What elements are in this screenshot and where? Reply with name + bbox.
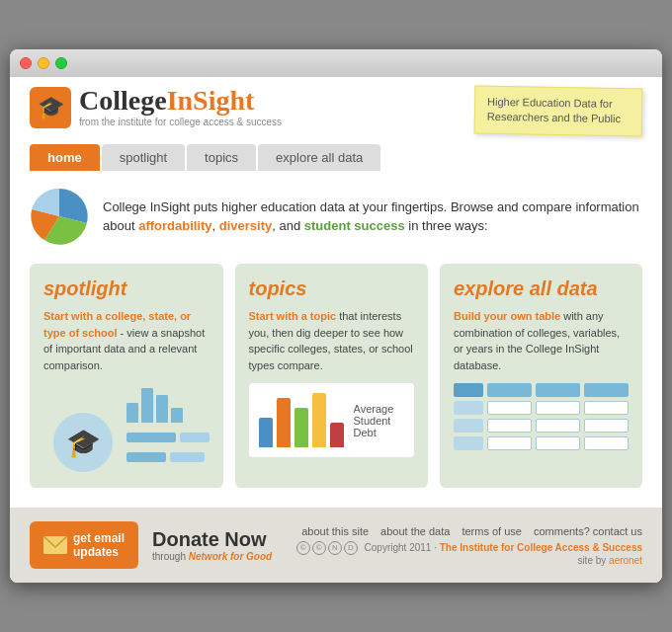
logo-area: 🎓 CollegeInSight from the institute for …: [30, 87, 282, 128]
nav-spotlight[interactable]: spotlight: [102, 144, 185, 171]
site-nav: home spotlight topics explore all data: [30, 144, 642, 171]
spotlight-heading: spotlight: [43, 277, 210, 300]
email-updates-button[interactable]: get email updates: [30, 521, 138, 569]
ticas-link[interactable]: The Institute for College Access & Succe…: [440, 541, 642, 552]
intro-text: College InSight puts higher education da…: [103, 198, 642, 236]
footer-link-about-site[interactable]: about this site: [301, 525, 369, 537]
explore-card: explore all data Build your own table wi…: [440, 264, 642, 488]
cc-badge: © © N D: [296, 541, 358, 555]
nav-home[interactable]: home: [30, 144, 100, 171]
donate-button[interactable]: Donate Now: [152, 528, 267, 551]
network-good-label: through Network for Good: [152, 551, 272, 562]
nav-topics[interactable]: topics: [187, 144, 256, 171]
sticky-note: Higher Education Data for Researchers an…: [474, 85, 643, 136]
logo-heading: CollegeInSight: [79, 87, 282, 115]
explore-illustration: [454, 383, 629, 450]
browser-window: 🎓 CollegeInSight from the institute for …: [10, 49, 662, 584]
email-label: get email updates: [73, 531, 125, 559]
topics-card: topics Start with a topic that interests…: [235, 264, 429, 488]
intro-section: College InSight puts higher education da…: [30, 187, 642, 246]
titlebar: [10, 49, 662, 77]
email-icon: [43, 536, 67, 554]
footer-links-top: about this site about the data terms of …: [296, 525, 642, 537]
spotlight-illustration: 🎓: [43, 383, 210, 472]
spotlight-desc: Start with a college, state, or type of …: [43, 308, 210, 373]
explore-desc: Build your own table with any combinatio…: [454, 308, 629, 373]
topics-desc: Start with a topic that interests you, t…: [249, 308, 415, 373]
spotlight-card: spotlight Start with a college, state, o…: [30, 264, 223, 488]
logo-icon: 🎓: [30, 87, 71, 128]
header-top: 🎓 CollegeInSight from the institute for …: [30, 87, 642, 135]
topics-bar-chart: [259, 393, 344, 447]
site-footer: get email updates Donate Now through Net…: [10, 508, 662, 583]
topics-chart-label: Average Student Debt: [354, 403, 405, 438]
logo-text-area: CollegeInSight from the institute for co…: [79, 87, 282, 127]
page-content: 🎓 CollegeInSight from the institute for …: [10, 77, 662, 584]
cards-row: spotlight Start with a college, state, o…: [30, 264, 642, 488]
nav-explore[interactable]: explore all data: [258, 144, 380, 171]
explore-heading: explore all data: [454, 277, 629, 300]
graduation-cap-icon: 🎓: [53, 413, 113, 472]
close-button[interactable]: [20, 57, 32, 69]
spotlight-bars: [126, 433, 210, 442]
footer-link-contact[interactable]: comments? contact us: [534, 525, 642, 537]
pie-chart: [30, 187, 89, 246]
minimize-button[interactable]: [38, 57, 49, 69]
footer-copyright: © © N D Copyright 2011 · The Institute f…: [296, 541, 642, 566]
spotlight-bars2: [126, 452, 210, 462]
logo-subtitle: from the institute for college access & …: [79, 117, 282, 127]
donate-section: Donate Now through Network for Good: [152, 528, 272, 562]
topics-illustration: Average Student Debt: [249, 383, 415, 457]
aeronet-link[interactable]: aeronet: [609, 555, 642, 566]
maximize-button[interactable]: [55, 57, 67, 69]
site-header: 🎓 CollegeInSight from the institute for …: [10, 77, 662, 172]
main-content: College InSight puts higher education da…: [10, 171, 662, 508]
footer-links: about this site about the data terms of …: [296, 525, 642, 566]
footer-link-about-data[interactable]: about the data: [380, 525, 450, 537]
topics-heading: topics: [249, 277, 415, 300]
footer-link-terms[interactable]: terms of use: [462, 525, 522, 537]
